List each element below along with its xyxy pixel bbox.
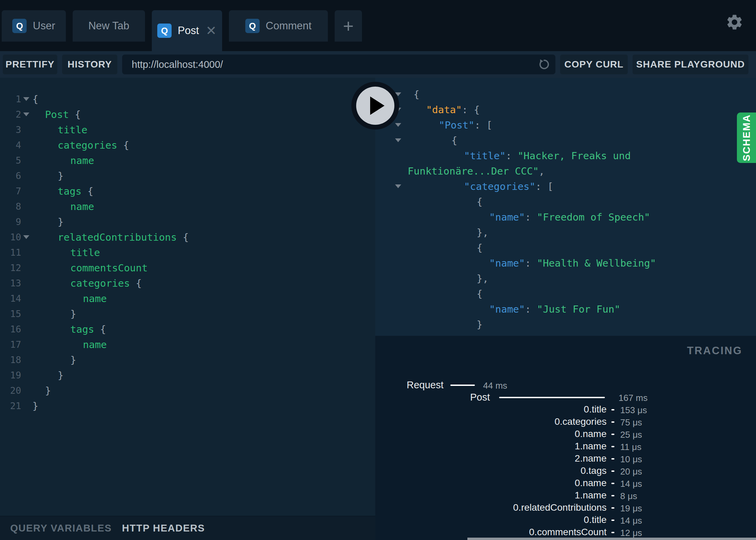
code-token: "name" [489, 257, 525, 269]
result-line: "data": { [375, 102, 756, 117]
code-token: : { [462, 104, 480, 116]
code-token: { [413, 89, 419, 100]
schema-side-tab[interactable]: SCHEMA [737, 112, 756, 163]
editor-line[interactable]: 14name [0, 291, 375, 306]
editor-line[interactable]: 16tags { [0, 321, 375, 337]
code-token: } [58, 170, 63, 182]
tracing-horizontal-scrollbar[interactable] [467, 538, 756, 540]
editor-line[interactable]: 20} [0, 383, 375, 398]
editor-line[interactable]: 15} [0, 306, 375, 321]
copy-curl-button[interactable]: COPY CURL [560, 55, 628, 74]
settings-gear-icon[interactable] [725, 13, 744, 31]
tab-strip: Q User New Tab Q Post ✕ Q Comment + [2, 10, 362, 51]
editor-line[interactable]: 7tags { [0, 183, 375, 199]
code-text: tags { [31, 185, 93, 197]
editor-line[interactable]: 3title [0, 122, 375, 137]
editor-line[interactable]: 4categories { [0, 137, 375, 153]
line-number: 17 [0, 339, 21, 350]
code-text: } [31, 216, 63, 228]
http-headers-tab[interactable]: HTTP HEADERS [122, 523, 205, 534]
trace-field-label: 0.tags [375, 465, 607, 476]
execute-query-button[interactable] [351, 82, 399, 130]
trace-span-row: Request 44 ms [375, 379, 756, 392]
code-text: categories { [31, 139, 129, 151]
endpoint-url-input[interactable]: http://localhost:4000/ [122, 55, 555, 74]
trace-field-row: 1.name11 μs [375, 441, 756, 453]
editor-line[interactable]: 13categories { [0, 275, 375, 291]
response-viewer: {"data": {"Post": [{"title": "Hacker, Fr… [375, 78, 756, 336]
code-text: name [31, 293, 107, 304]
code-token: "name" [489, 303, 525, 315]
editor-line[interactable]: 18} [0, 352, 375, 368]
fold-arrow-icon[interactable] [21, 235, 31, 239]
trace-field-row: 0.tags20 μs [375, 465, 756, 478]
line-number: 15 [0, 309, 21, 319]
add-tab-button[interactable]: + [335, 10, 362, 42]
editor-line[interactable]: 8name [0, 199, 375, 214]
trace-field-value: 19 μs [620, 503, 642, 514]
trace-field-label: 0.title [375, 514, 607, 525]
code-token: { [477, 196, 482, 208]
prettify-button[interactable]: PRETTIFY [3, 55, 57, 74]
collapse-arrow-icon[interactable] [395, 123, 401, 127]
trace-span-bar [499, 397, 605, 398]
editor-line[interactable]: 1{ [0, 91, 375, 107]
line-number: 18 [0, 355, 21, 365]
code-text: } [31, 400, 38, 412]
code-token: Post [45, 109, 69, 120]
code-token: : [ [475, 119, 492, 131]
code-text: "name": "Health & Wellbeing" [375, 257, 656, 269]
code-token: name [83, 293, 107, 304]
editor-line[interactable]: 19} [0, 368, 375, 383]
share-playground-button[interactable]: SHARE PLAYGROUND [633, 55, 748, 74]
trace-field-row: 0.commentsCount12 μs [375, 527, 756, 539]
editor-line[interactable]: 5name [0, 153, 375, 168]
history-button[interactable]: HISTORY [62, 55, 117, 74]
code-token: "Hacker, Freaks und [518, 150, 631, 162]
code-text: tags { [31, 324, 106, 335]
code-text: }, [375, 227, 489, 238]
collapse-arrow-icon[interactable] [395, 184, 401, 188]
editor-line[interactable]: 6} [0, 168, 375, 183]
editor-line[interactable]: 21} [0, 398, 375, 414]
code-token: name [70, 155, 94, 166]
code-token: name [83, 339, 107, 350]
trace-field-bar [611, 532, 614, 533]
fold-arrow-icon[interactable] [21, 97, 31, 101]
editor-line[interactable]: 17name [0, 337, 375, 352]
collapse-arrow-icon[interactable] [395, 138, 401, 142]
close-tab-icon[interactable]: ✕ [206, 24, 217, 37]
code-token: } [58, 370, 63, 381]
reload-schema-icon[interactable] [538, 58, 551, 71]
fold-arrow-icon[interactable] [21, 112, 31, 116]
code-token: : [525, 257, 537, 269]
tab-new-tab[interactable]: New Tab [73, 10, 145, 42]
editor-line[interactable]: 12commentsCount [0, 260, 375, 275]
code-text: } [31, 370, 63, 381]
line-number: 4 [0, 140, 21, 150]
code-text: "categories": [ [375, 181, 553, 192]
result-line: "title": "Hacker, Freaks und [375, 148, 756, 163]
code-token: { [451, 135, 457, 146]
result-line: ] [375, 332, 756, 336]
trace-field-row: 0.title14 μs [375, 514, 756, 527]
code-token: relatedContributions [58, 231, 177, 243]
editor-line[interactable]: 11title [0, 245, 375, 260]
code-token: "Post" [439, 119, 475, 131]
line-number: 7 [0, 186, 21, 196]
tab-comment[interactable]: Q Comment [229, 10, 328, 42]
editor-line[interactable]: 2Post { [0, 107, 375, 122]
tab-user[interactable]: Q User [2, 10, 66, 42]
trace-span-value: 167 ms [619, 393, 648, 403]
line-number: 12 [0, 262, 21, 273]
line-number: 8 [0, 201, 21, 212]
editor-line[interactable]: 9} [0, 214, 375, 229]
code-token: categories [58, 139, 117, 151]
query-editor[interactable]: 1{2Post {3title4categories {5name6}7tags… [0, 78, 375, 516]
result-line: "Post": [ [375, 117, 756, 133]
code-token: "title" [464, 150, 506, 162]
query-variables-tab[interactable]: QUERY VARIABLES [10, 523, 112, 534]
tab-post-active[interactable]: Q Post ✕ [152, 10, 222, 51]
code-token: "categories" [464, 181, 536, 192]
editor-line[interactable]: 10relatedContributions { [0, 229, 375, 245]
